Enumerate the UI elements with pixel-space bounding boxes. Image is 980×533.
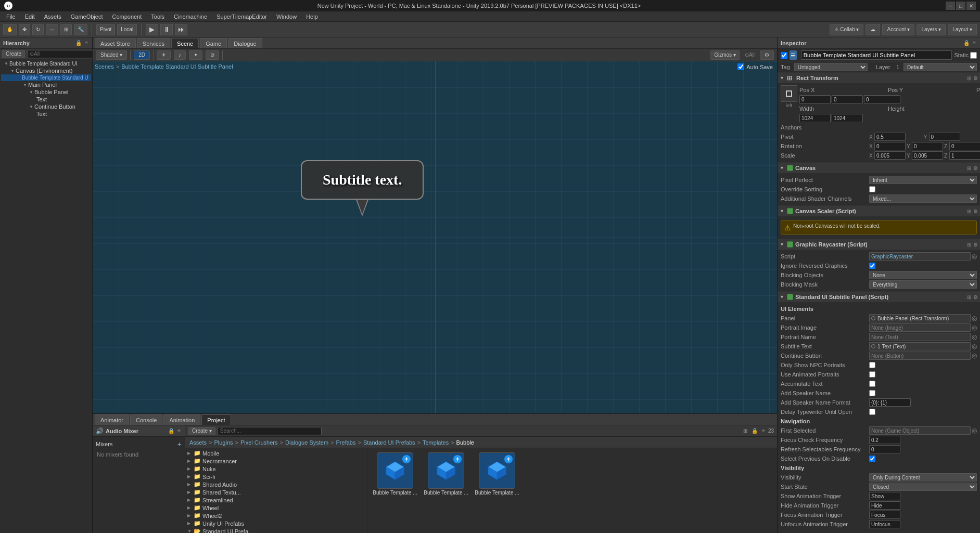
graphic-raycaster-header[interactable]: ▼ Graphic Raycaster (Script) ⊞ ⚙ — [778, 239, 980, 250]
pt-streamlined[interactable]: ▶ 📁 Streamlined — [186, 496, 366, 504]
canvas-settings-icon[interactable]: ⚙ — [973, 165, 978, 171]
project-search-input[interactable] — [218, 427, 322, 435]
script-circle-btn[interactable]: ◎ — [972, 253, 977, 260]
pt-nuke[interactable]: ▶ 📁 Nuke — [186, 465, 366, 473]
canvas-scaler-settings-icon[interactable]: ⚙ — [973, 209, 978, 214]
pt-standard-ui[interactable]: ▼ 📂 Standard UI Prefa... — [186, 527, 366, 533]
continue-btn-circle[interactable]: ◎ — [972, 352, 977, 359]
menu-tools[interactable]: Tools — [147, 12, 169, 21]
effects-button[interactable]: ✦ — [189, 50, 202, 60]
rot-y-input[interactable] — [912, 142, 943, 150]
only-npc-checkbox[interactable] — [869, 362, 875, 368]
hierarchy-menu[interactable]: ≡ — [84, 40, 89, 46]
hierarchy-item-1[interactable]: ▼ Canvas (Environment) — [1, 67, 91, 74]
audio-mixer-menu[interactable]: ≡ — [176, 428, 182, 434]
auto-save-checkbox[interactable] — [737, 63, 744, 70]
close-button[interactable]: ✕ — [966, 2, 976, 10]
file-item-3[interactable]: + Bubble Template ... — [474, 452, 520, 496]
layers-button[interactable]: Layers ▾ — [917, 24, 946, 35]
pb-dialogue[interactable]: Dialogue System — [285, 439, 328, 446]
hierarchy-create-button[interactable]: Create — [2, 50, 25, 58]
pause-button[interactable]: ⏸ — [160, 24, 173, 35]
console-tab[interactable]: Console — [130, 414, 162, 425]
project-create-button[interactable]: Create ▾ — [188, 427, 215, 435]
pivot-x-input[interactable] — [874, 133, 906, 141]
panel-circle-btn[interactable]: ◎ — [972, 315, 977, 322]
audio-mixer-lock[interactable]: 🔒 — [167, 428, 175, 434]
tool-scale[interactable]: ↔ — [46, 24, 58, 35]
static-checkbox[interactable] — [970, 52, 977, 59]
menu-supertilemapeditor[interactable]: SuperTilemapEditor — [212, 12, 271, 21]
gr-settings-icon[interactable]: ⚙ — [973, 242, 978, 248]
menu-cinemachine[interactable]: Cinemachine — [170, 12, 211, 21]
pt-necromancer[interactable]: ▶ 📁 Necromancer — [186, 457, 366, 465]
hierarchy-item-6[interactable]: ▼ Continue Button — [1, 103, 91, 110]
project-lock[interactable]: 🔒 — [750, 428, 759, 434]
project-sort-btn[interactable]: ⊞ — [742, 428, 748, 434]
rect-copy-icon[interactable]: ⊞ — [967, 75, 971, 81]
select-previous-checkbox[interactable] — [869, 456, 875, 462]
hierarchy-search-input[interactable] — [27, 50, 98, 58]
gr-copy-icon[interactable]: ⊞ — [967, 242, 971, 248]
hierarchy-item-4[interactable]: ▼ Bubble Panel — [1, 88, 91, 96]
tool-rotate[interactable]: ↻ — [32, 24, 44, 35]
file-item-2[interactable]: + Bubble Template ... — [423, 452, 469, 496]
menu-edit[interactable]: Edit — [21, 12, 39, 21]
delay-typewriter-checkbox[interactable] — [869, 409, 875, 415]
accumulate-text-checkbox[interactable] — [869, 381, 875, 387]
pt-shared-audio[interactable]: ▶ 📁 Shared Audio — [186, 480, 366, 488]
refresh-select-input[interactable] — [869, 445, 900, 453]
menu-gameobject[interactable]: GameObject — [67, 12, 107, 21]
menu-window[interactable]: Window — [272, 12, 301, 21]
scene-tab[interactable]: Scene — [171, 38, 199, 48]
menu-component[interactable]: Component — [108, 12, 146, 21]
subtitle-text-circle[interactable]: ◎ — [972, 343, 977, 350]
tool-move[interactable]: ✥ — [19, 24, 30, 35]
hierarchy-lock[interactable]: 🔒 — [74, 40, 83, 46]
graphic-raycaster-enable[interactable] — [787, 241, 793, 248]
pt-shared-textu[interactable]: ▶ 📁 Shared Textu... — [186, 488, 366, 496]
minimize-button[interactable]: ─ — [946, 2, 955, 10]
inspector-menu[interactable]: ≡ — [972, 40, 977, 46]
menu-help[interactable]: Help — [302, 12, 322, 21]
visibility-select[interactable]: Only During Content — [869, 473, 977, 482]
2d-button[interactable]: 2D — [134, 50, 150, 60]
canvas-scaler-copy-icon[interactable]: ⊞ — [967, 209, 971, 214]
speaker-name-format-input[interactable] — [869, 398, 911, 407]
tool-hand[interactable]: ✋ — [3, 24, 17, 35]
services-tab[interactable]: Services — [137, 38, 170, 48]
bc-panel[interactable]: Bubble Template Standard UI Subtitle Pan… — [121, 63, 233, 70]
pivot-y-input[interactable] — [929, 133, 960, 141]
ignore-reversed-checkbox[interactable] — [869, 263, 875, 269]
sp-copy-icon[interactable]: ⊞ — [967, 294, 971, 300]
focus-check-input[interactable] — [869, 436, 900, 444]
animation-tab[interactable]: Animation — [163, 414, 200, 425]
game-tab[interactable]: Game — [200, 38, 227, 48]
show-anim-input[interactable] — [869, 492, 900, 500]
dialogue-tab[interactable]: Dialogue — [228, 38, 262, 48]
go-name-input[interactable] — [801, 50, 952, 60]
anchor-preset-button[interactable] — [781, 85, 797, 102]
rot-z-input[interactable] — [949, 142, 980, 150]
portrait-name-circle[interactable]: ◎ — [972, 333, 977, 341]
tag-select[interactable]: Untagged — [794, 63, 868, 71]
add-mixer-button[interactable]: + — [177, 440, 182, 448]
play-button[interactable]: ▶ — [146, 24, 158, 35]
maximize-button[interactable]: □ — [956, 2, 965, 10]
cloud-button[interactable]: ☁ — [866, 24, 880, 35]
height-input[interactable] — [832, 114, 863, 122]
subtitle-panel-enable[interactable] — [787, 294, 793, 300]
hierarchy-item-7[interactable]: Text — [1, 110, 91, 118]
sc-x-input[interactable] — [874, 151, 906, 160]
pb-standard[interactable]: Standard UI Prefabs — [363, 439, 415, 446]
use-animated-checkbox[interactable] — [869, 371, 875, 378]
tool-transform[interactable]: 🔧 — [74, 24, 87, 35]
focus-anim-input[interactable] — [869, 511, 900, 519]
tool-rect[interactable]: ⊞ — [60, 24, 72, 35]
rect-settings-icon[interactable]: ⚙ — [973, 75, 978, 81]
animator-tab[interactable]: Animator — [95, 414, 129, 425]
width-input[interactable] — [799, 114, 831, 122]
hide-anim-input[interactable] — [869, 501, 900, 510]
light-button[interactable]: ☀ — [157, 50, 171, 60]
blocking-mask-select[interactable]: Everything — [869, 280, 977, 289]
